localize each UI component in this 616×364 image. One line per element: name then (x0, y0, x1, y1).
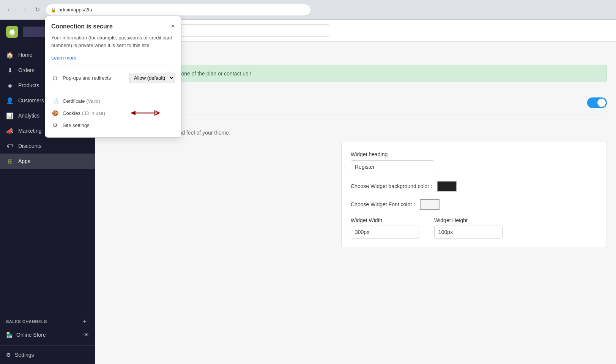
font-color-row: Choose Widget Font color : (351, 199, 597, 210)
add-sales-channel-button[interactable]: + (80, 317, 89, 326)
back-button[interactable]: ← (5, 5, 15, 15)
settings-label: Settings (15, 352, 34, 358)
sidebar-item-online-store[interactable]: 🏪 Online Store 👁 (6, 329, 89, 341)
learn-more-link[interactable]: Learn more (51, 55, 76, 61)
products-icon: ◈ (6, 82, 14, 89)
security-popup: Connection is secure × Your information … (45, 16, 181, 138)
discounts-icon: 🏷 (6, 142, 14, 150)
sidebar-item-apps[interactable]: ⊞ Apps (0, 154, 95, 169)
forward-button[interactable]: → (18, 5, 29, 15)
font-color-label: Choose Widget Font color : (351, 201, 415, 207)
dimension-row: Widget Width Widget Height (351, 217, 597, 238)
customers-icon: 👤 (6, 97, 14, 104)
sales-channels-section: SALES CHANNELS + 🏪 Online Store 👁 (0, 313, 95, 345)
site-settings-label: Site settings (63, 122, 175, 128)
settings-icon: ⚙ (6, 352, 11, 358)
home-icon: 🏠 (6, 51, 14, 59)
certificate-icon: 📄 (51, 97, 59, 105)
toggle-slider (587, 97, 607, 108)
eye-icon: 👁 (83, 332, 89, 338)
widget-heading-label: Widget heading (351, 151, 597, 157)
width-label: Widget Width (351, 217, 419, 223)
shopify-logo (6, 26, 18, 38)
arrow-annotation (127, 106, 161, 120)
cookies-row: 🍪 Cookies (33 in use) (51, 107, 175, 119)
popup-description: Your information (for example, passwords… (51, 34, 175, 49)
address-bar[interactable]: 🔒 admin/apps/2fa (46, 4, 311, 16)
width-input[interactable] (351, 226, 419, 238)
widget-panel: Widget heading Choose Widget background … (341, 142, 607, 248)
url-text: admin/apps/2fa (58, 7, 92, 13)
sales-channels-title: SALES CHANNELS (6, 319, 47, 324)
height-label: Widget Height (434, 217, 503, 223)
sidebar-item-settings[interactable]: ⚙ Settings (6, 352, 89, 358)
reload-button[interactable]: ↻ (32, 5, 43, 15)
popups-select[interactable]: Allow (default) (129, 73, 175, 83)
certificate-row: 📄 Certificate (Valid) (51, 95, 175, 107)
bg-color-row: Choose Widget background color : (351, 181, 597, 191)
apps-icon: ⊞ (6, 157, 14, 165)
marketing-icon: 📣 (6, 127, 14, 135)
sidebar-bottom: ⚙ Settings (0, 345, 95, 364)
sales-channels-header: SALES CHANNELS + (6, 317, 89, 326)
site-settings-icon: ⚙ (51, 121, 59, 129)
bg-color-label: Choose Widget background color : (351, 183, 432, 189)
width-group: Widget Width (351, 217, 419, 238)
popups-label: Pop-ups and redirects (63, 75, 125, 81)
online-store-icon: 🏪 (6, 332, 13, 338)
widget-heading-input[interactable] (351, 160, 434, 173)
popup-title: Connection is secure (51, 23, 113, 30)
storefront-toggle[interactable] (587, 97, 607, 108)
online-store-label: Online Store (16, 332, 46, 338)
bg-color-swatch[interactable] (437, 181, 457, 191)
svg-marker-1 (131, 111, 135, 115)
popup-divider (51, 66, 175, 66)
popup-header: Connection is secure × (51, 22, 175, 30)
site-settings-row[interactable]: ⚙ Site settings (51, 119, 175, 131)
lock-icon: 🔒 (50, 7, 56, 13)
analytics-icon: 📊 (6, 112, 14, 119)
height-group: Widget Height (434, 217, 503, 238)
certificate-label: Certificate (Valid) (63, 98, 175, 104)
orders-icon: ⬇ (6, 66, 14, 74)
font-color-swatch[interactable] (420, 199, 440, 210)
sidebar-item-discounts[interactable]: 🏷 Discounts (0, 138, 95, 154)
cookies-icon: 🍪 (51, 109, 59, 117)
popup-close-button[interactable]: × (171, 22, 175, 30)
popups-redirects-row: ⊡ Pop-ups and redirects Allow (default) (51, 71, 175, 85)
popup-divider-2 (51, 90, 175, 90)
popup-redirect-icon: ⊡ (51, 74, 59, 82)
height-input[interactable] (434, 226, 503, 238)
